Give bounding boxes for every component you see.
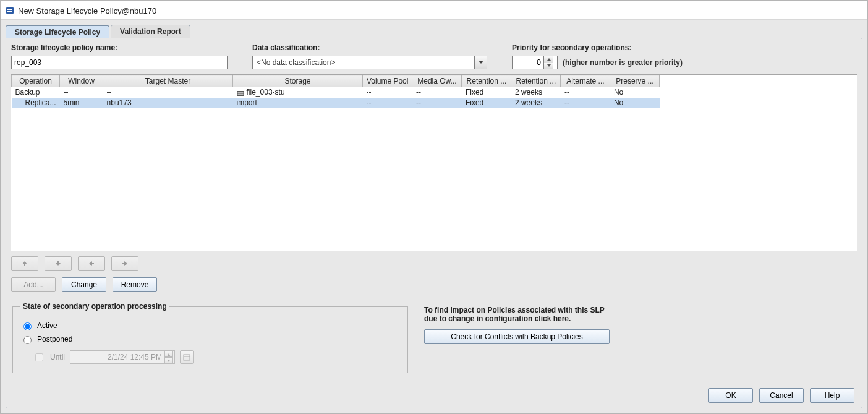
table-row[interactable]: Replica...5minnbu173import----Fixed2 wee… [12, 98, 660, 108]
priority-input[interactable] [513, 56, 543, 69]
table-cell: -- [561, 87, 610, 98]
until-checkbox [35, 353, 43, 361]
svg-rect-8 [237, 94, 243, 95]
remove-button[interactable]: Remove [113, 277, 157, 292]
col-header[interactable]: Preserve ... [610, 75, 660, 87]
operations-table[interactable]: OperationWindowTarget MasterStorageVolum… [11, 75, 660, 108]
tab-validation[interactable]: Validation Report [111, 25, 190, 38]
app-icon [6, 6, 14, 15]
dialog-window: New Storage Lifecycle Policy@nbu170 Stor… [0, 0, 868, 414]
col-header[interactable]: Storage [233, 75, 363, 87]
col-header[interactable]: Target Master [103, 75, 233, 87]
table-cell: -- [363, 87, 412, 98]
storage-icon [237, 90, 244, 96]
info-line-2: due to change in configuration click her… [424, 314, 857, 323]
table-cell: -- [363, 98, 412, 108]
window-title: New Storage Lifecycle Policy@nbu170 [18, 6, 156, 15]
radio-active-input[interactable] [23, 322, 32, 330]
table-cell: -- [103, 87, 233, 98]
table-cell: nbu173 [103, 98, 233, 108]
table-cell: No [610, 98, 660, 108]
dataclass-combo[interactable]: <No data classification> [252, 56, 487, 69]
check-conflicts-button[interactable]: Check for Conflicts with Backup Policies [424, 329, 610, 344]
svg-marker-9 [22, 261, 27, 266]
table-cell: -- [412, 87, 462, 98]
dt-spin-up-icon: ▲ [164, 351, 173, 357]
table-cell: 2 weeks [511, 87, 561, 98]
svg-rect-13 [184, 355, 190, 360]
radio-active[interactable]: Active [20, 321, 400, 330]
move-down-button [45, 256, 72, 271]
col-header[interactable]: Operation [12, 75, 60, 87]
svg-marker-11 [89, 261, 94, 266]
radio-postponed[interactable]: Postponed [20, 334, 400, 344]
table-cell: -- [412, 98, 462, 108]
table-cell: Replica... [12, 98, 60, 108]
svg-marker-5 [547, 64, 551, 67]
dt-spin-down-icon: ▼ [164, 357, 173, 363]
svg-marker-4 [547, 58, 551, 61]
col-header[interactable]: Retention ... [511, 75, 561, 87]
radio-active-label: Active [37, 321, 57, 330]
add-button: Add... [11, 277, 56, 292]
chevron-down-icon[interactable] [474, 56, 487, 69]
calendar-icon [180, 350, 194, 364]
move-right-button [111, 256, 138, 271]
arrow-up-icon [22, 261, 28, 267]
help-button[interactable]: Help [810, 388, 854, 403]
dialog-footer: OK Cancel Help [11, 379, 857, 403]
table-cell: Fixed [462, 98, 511, 108]
info-line-1: To find impact on Policies associated wi… [424, 306, 857, 314]
until-datetime-input: 2/1/24 12:45 PM ▲ ▼ [70, 350, 175, 364]
arrow-left-icon [88, 261, 95, 267]
ok-button[interactable]: OK [708, 388, 753, 403]
col-header[interactable]: Media Ow... [412, 75, 462, 87]
tab-bar: Storage Lifecycle Policy Validation Repo… [1, 20, 867, 38]
top-fields: Storage lifecycle policy name: Data clas… [11, 43, 857, 74]
table-header-row: OperationWindowTarget MasterStorageVolum… [12, 75, 660, 87]
state-fieldset: State of secondary operation processing … [12, 302, 408, 373]
priority-label: Priority for secondary operations: [512, 43, 683, 52]
tab-panel-slp: Storage lifecycle policy name: Data clas… [6, 38, 862, 408]
table-row[interactable]: Backup----file_003-stu----Fixed2 weeks--… [12, 87, 660, 98]
lower-controls: Add... Change Remove State of secondary … [11, 251, 857, 403]
priority-hint: (higher number is greater priority) [563, 58, 683, 67]
policy-name-input[interactable] [11, 56, 228, 69]
svg-rect-6 [237, 91, 244, 96]
until-label: Until [50, 353, 65, 361]
radio-postponed-label: Postponed [37, 335, 72, 343]
table-cell: Fixed [462, 87, 511, 98]
dataclass-value: <No data classification> [253, 56, 474, 69]
svg-marker-12 [122, 261, 127, 266]
table-cell: Backup [12, 87, 60, 98]
svg-marker-10 [56, 261, 61, 266]
col-header[interactable]: Window [60, 75, 103, 87]
col-header[interactable]: Retention ... [462, 75, 511, 87]
col-header[interactable]: Alternate ... [561, 75, 610, 87]
table-cell: 2 weeks [511, 98, 561, 108]
move-up-button [11, 256, 38, 271]
check-conflicts-label: Check for Conflicts with Backup Policies [451, 332, 582, 341]
table-cell: -- [60, 87, 103, 98]
svg-marker-3 [479, 61, 483, 64]
svg-rect-7 [237, 92, 243, 93]
priority-spinner[interactable] [512, 56, 558, 69]
svg-rect-1 [7, 9, 12, 10]
spinner-down-icon[interactable] [544, 63, 553, 69]
table-cell: 5min [60, 98, 103, 108]
cancel-button[interactable]: Cancel [759, 388, 804, 403]
table-cell: import [233, 98, 363, 108]
radio-postponed-input[interactable] [23, 336, 32, 344]
move-left-button [78, 256, 105, 271]
dataclass-label: Data classification: [252, 43, 487, 52]
table-cell: No [610, 87, 660, 98]
tab-slp[interactable]: Storage Lifecycle Policy [6, 25, 109, 38]
spinner-up-icon[interactable] [544, 56, 553, 63]
state-legend: State of secondary operation processing [20, 302, 169, 311]
col-header[interactable]: Volume Pool [363, 75, 412, 87]
table-cell: file_003-stu [233, 87, 363, 98]
conflict-info: To find impact on Policies associated wi… [424, 302, 857, 373]
arrow-down-icon [55, 261, 61, 267]
titlebar: New Storage Lifecycle Policy@nbu170 [1, 1, 867, 19]
change-button[interactable]: Change [62, 277, 106, 292]
